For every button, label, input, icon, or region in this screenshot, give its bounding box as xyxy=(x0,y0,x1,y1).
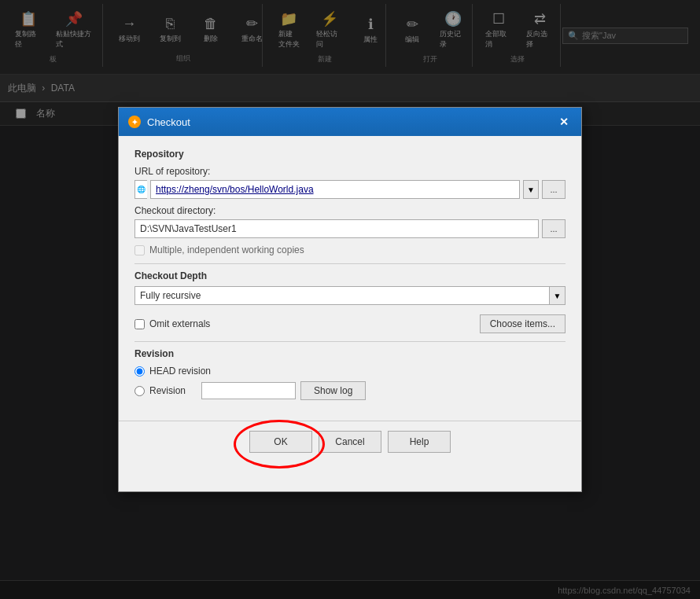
revision-radio[interactable] xyxy=(134,386,145,396)
dialog-title: Checkout xyxy=(147,116,190,128)
head-revision-row: HEAD revision xyxy=(134,366,566,377)
omit-externals-row: Omit externals Choose items... xyxy=(134,314,566,333)
cancel-button[interactable]: Cancel xyxy=(319,431,381,453)
dialog-titlebar: ✦ Checkout ✕ xyxy=(119,108,581,136)
url-input[interactable]: https://zheng/svn/bos/HelloWorld.java xyxy=(150,180,520,199)
revision-input-row: Revision Show log xyxy=(134,381,566,400)
revision-section: Revision HEAD revision Revision Show log xyxy=(134,348,566,400)
url-icon: 🌐 xyxy=(134,180,147,199)
multiple-copies-row: Multiple, independent working copies xyxy=(134,244,566,255)
depth-select[interactable]: Fully recursive xyxy=(134,286,550,305)
omit-externals-label: Omit externals xyxy=(149,318,210,329)
ok-button-wrapper: OK xyxy=(249,431,312,453)
choose-items-button[interactable]: Choose items... xyxy=(480,314,566,333)
help-button[interactable]: Help xyxy=(388,431,451,453)
choose-items-label: Choose items... xyxy=(490,318,555,329)
head-revision-label: HEAD revision xyxy=(149,366,211,377)
url-browse-button[interactable]: ... xyxy=(542,180,566,199)
multiple-copies-label: Multiple, independent working copies xyxy=(149,244,304,255)
revision-number-input[interactable] xyxy=(201,382,296,399)
checkout-dir-browse-button[interactable]: ... xyxy=(542,219,566,238)
dialog-footer: OK Cancel Help xyxy=(119,421,581,462)
depth-value: Fully recursive xyxy=(140,290,201,301)
depth-dropdown-arrow[interactable]: ▼ xyxy=(550,286,566,305)
show-log-button[interactable]: Show log xyxy=(300,381,366,400)
url-input-row: 🌐 https://zheng/svn/bos/HelloWorld.java … xyxy=(134,180,566,199)
checkout-dialog: ✦ Checkout ✕ Repository URL of repositor… xyxy=(118,107,582,492)
modal-backdrop: ✦ Checkout ✕ Repository URL of repositor… xyxy=(0,0,700,599)
repository-section-label: Repository xyxy=(134,149,566,160)
multiple-copies-checkbox[interactable] xyxy=(134,245,145,255)
revision-section-label: Revision xyxy=(134,348,566,359)
omit-externals-checkbox[interactable] xyxy=(134,319,145,329)
revision-label: Revision xyxy=(149,385,197,396)
show-log-label: Show log xyxy=(314,385,352,396)
url-dropdown-button[interactable]: ▼ xyxy=(523,180,539,199)
head-revision-radio[interactable] xyxy=(134,366,145,377)
close-dialog-button[interactable]: ✕ xyxy=(556,114,572,130)
depth-row: Fully recursive ▼ xyxy=(134,286,566,305)
checkout-dir-label: Checkout directory: xyxy=(134,205,566,216)
section-divider-1 xyxy=(134,263,566,264)
svn-logo-icon: ✦ xyxy=(128,116,141,128)
section-divider-2 xyxy=(134,341,566,342)
checkout-dir-row: D:\SVN\JavaTestUser1 ... xyxy=(134,219,566,238)
ok-button[interactable]: OK xyxy=(249,431,312,453)
dialog-body: Repository URL of repository: 🌐 https://… xyxy=(119,136,581,417)
checkout-depth-label: Checkout Depth xyxy=(134,270,566,281)
url-field-label: URL of repository: xyxy=(134,166,566,177)
checkout-dir-input[interactable]: D:\SVN\JavaTestUser1 xyxy=(134,219,539,238)
